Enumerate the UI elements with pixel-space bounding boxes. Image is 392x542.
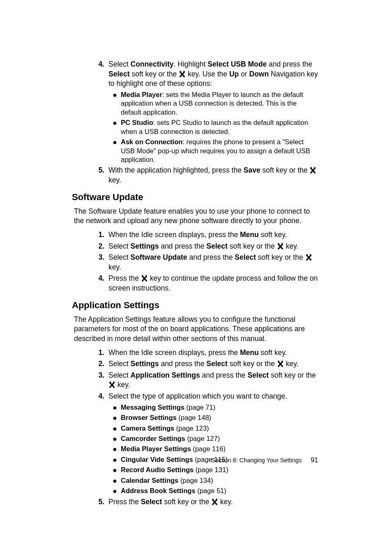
bullet-text: Messaging Settings (page 71)	[121, 403, 318, 412]
confirm-key-icon	[179, 70, 186, 77]
sub-bullet: ●Camcorder Settings (page 127)	[113, 434, 318, 443]
text: Select	[108, 60, 131, 68]
text: (page 71)	[184, 404, 215, 411]
bullet-text: Record Audio Settings (page 131)	[121, 466, 318, 474]
step-num: 4.	[95, 274, 104, 293]
bold: Select USB Mode	[208, 60, 267, 68]
app-step-2: 2. Select Settings and press the Select …	[95, 359, 318, 369]
bold: Menu	[240, 231, 259, 239]
step-text: Select the type of application which you…	[108, 392, 318, 401]
step-num: 5.	[95, 166, 104, 185]
sub-bullet: ●Calendar Settings (page 134)	[113, 476, 318, 485]
step-4: 4. Select Connectivity. Highlight Select…	[95, 60, 318, 89]
bold: Software Update	[131, 253, 187, 261]
text: key. Use the	[186, 70, 229, 78]
sub-bullet: ●PC Studio: sets PC Studio to launch as …	[113, 118, 318, 136]
text: (page 131)	[194, 466, 228, 473]
text: soft key.	[259, 348, 287, 357]
bold: Connectivity	[131, 60, 174, 68]
step-text: Select Software Update and press the Sel…	[108, 253, 318, 272]
text: (page 148)	[177, 414, 211, 421]
text: Select	[108, 242, 131, 250]
bold: Down	[249, 70, 269, 78]
step-text: Select Application Settings and press th…	[108, 371, 318, 390]
text: . Highlight	[174, 60, 208, 68]
sub-bullet: ●Media Player: sets the Media Player to …	[113, 90, 318, 117]
bold: Select	[206, 242, 228, 250]
text: and press the	[200, 371, 248, 379]
app-step-3: 3. Select Application Settings and press…	[95, 371, 318, 390]
heading-software-update: Software Update	[72, 192, 318, 203]
confirm-key-icon	[108, 381, 115, 388]
app-step-5: 5. Press the Select soft key or the key.	[95, 497, 318, 507]
text: key.	[284, 360, 299, 368]
confirm-key-icon	[277, 242, 284, 249]
sw-step-3: 3. Select Software Update and press the …	[95, 253, 318, 272]
step-text: Select Settings and press the Select sof…	[108, 359, 318, 369]
sub-bullet: ●Messaging Settings (page 71)	[113, 403, 318, 412]
step-text: Select Connectivity. Highlight Select US…	[108, 60, 318, 89]
text: Select	[108, 371, 131, 379]
bullet-icon: ●	[113, 466, 121, 474]
text: Select	[108, 360, 131, 368]
text: soft key or the	[256, 253, 305, 261]
sub-bullet: ●Media Player Settings (page 116)	[113, 445, 318, 453]
text: When the Idle screen displays, press the	[108, 348, 240, 357]
text: soft key or the	[228, 242, 277, 250]
bold: Settings	[131, 242, 159, 250]
sw-step-4: 4. Press the key to continue the update …	[95, 274, 318, 293]
step-text: Press the Select soft key or the key.	[108, 497, 318, 507]
bold: Save	[244, 166, 261, 174]
text: With the application highlighted, press …	[108, 166, 244, 174]
step-5: 5. With the application highlighted, pre…	[95, 166, 318, 185]
bold: Messaging Settings	[121, 404, 184, 411]
text: Press the	[108, 274, 141, 282]
sw-step-1: 1. When the Idle screen displays, press …	[95, 230, 318, 240]
bold: Media Player	[121, 91, 162, 98]
bold: Select	[247, 371, 269, 379]
step-num: 3.	[95, 253, 104, 272]
bullet-text: Camcorder Settings (page 127)	[121, 434, 318, 443]
bold: Cingular Vide Settings	[121, 456, 193, 463]
sub-bullet: ●Browser Settings (page 148)	[113, 413, 318, 422]
bullet-text: Browser Settings (page 148)	[121, 413, 318, 422]
bold: Select	[108, 70, 130, 78]
software-update-description: The Software Update feature enables you …	[74, 207, 318, 226]
bold: Settings	[131, 360, 159, 368]
bold: Menu	[240, 348, 259, 357]
step-text: Select Settings and press the Select sof…	[108, 242, 318, 251]
bullet-icon: ●	[113, 487, 121, 495]
text: (page 116)	[191, 445, 226, 452]
text: key.	[115, 381, 130, 389]
bullet-icon: ●	[113, 425, 121, 433]
text: key.	[284, 242, 299, 250]
text: and press the	[187, 253, 235, 261]
confirm-key-icon	[309, 166, 316, 173]
text: soft key or the	[162, 498, 211, 506]
step-text: When the Idle screen displays, press the…	[108, 348, 318, 358]
text: soft key or the	[130, 70, 179, 78]
bullet-icon: ●	[113, 138, 121, 164]
bold: PC Studio	[121, 119, 153, 126]
bullet-text: Ask on Connection: requires the phone to…	[121, 138, 318, 164]
confirm-key-icon	[277, 360, 284, 367]
step-num: 4.	[95, 60, 104, 89]
text: (page 123)	[174, 424, 209, 432]
bold: Select	[141, 498, 162, 506]
bullet-icon: ●	[113, 414, 121, 422]
bullet-text: Camera Settings (page 123)	[121, 424, 318, 433]
bullet-icon: ●	[113, 477, 121, 485]
text: Select	[108, 253, 131, 261]
step-num: 2.	[95, 359, 104, 369]
bullet-text: Media Player: sets the Media Player to l…	[121, 90, 318, 117]
text: (page 127)	[185, 435, 220, 442]
text: Press the	[108, 498, 141, 506]
step-num: 1.	[95, 348, 104, 358]
application-settings-description: The Application Settings feature allows …	[74, 315, 318, 344]
text: key.	[108, 263, 121, 271]
bullet-text: Media Player Settings (page 116)	[121, 445, 318, 453]
step-text: With the application highlighted, press …	[108, 166, 318, 185]
text: and press the	[267, 60, 312, 68]
text: (page 134)	[178, 477, 213, 484]
bold: Browser Settings	[121, 414, 177, 421]
